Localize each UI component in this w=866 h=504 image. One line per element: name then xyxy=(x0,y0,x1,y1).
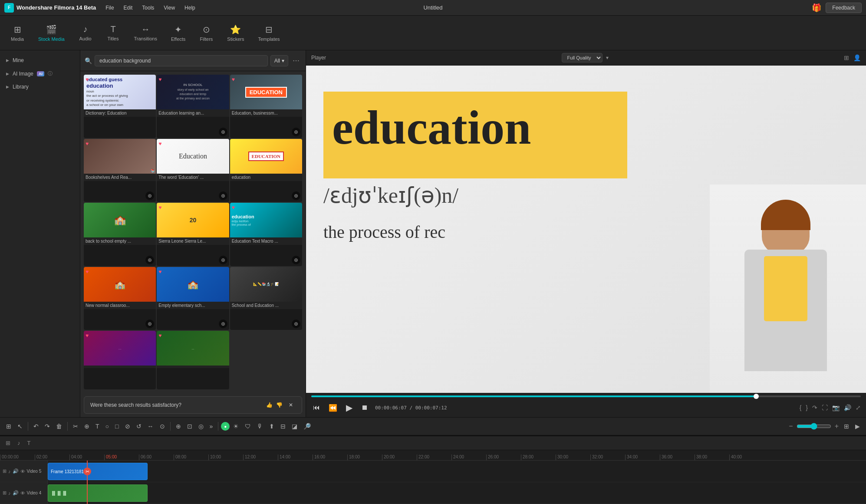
left-item-ai-image[interactable]: ▶ AI Image AI ⓘ xyxy=(0,67,80,80)
mic-button[interactable]: 🎙 xyxy=(254,421,266,432)
left-item-library[interactable]: ▶ Library xyxy=(0,80,80,93)
tl-add-track-button[interactable]: ⊞ xyxy=(3,438,13,448)
circle-button[interactable]: ○ xyxy=(103,421,112,432)
toolbar-audio[interactable]: ♪ Audio xyxy=(72,22,99,44)
track-clip-video4[interactable]: ▐▌▐▌▐▌ xyxy=(48,484,148,502)
progress-handle[interactable] xyxy=(754,394,759,399)
info-icon[interactable]: ⓘ xyxy=(48,70,53,77)
trim-icon[interactable]: ↷ xyxy=(812,404,817,411)
mask-button[interactable]: ⊘ xyxy=(122,421,133,432)
media-item-school-icons[interactable]: 📐📏📚🔬🎓📝 ⊕ School and Education ... xyxy=(230,267,302,330)
play-button[interactable]: ▶ xyxy=(344,401,354,415)
track-volume-icon-v4[interactable]: 🔊 xyxy=(13,490,19,496)
zoom-slider[interactable] xyxy=(797,423,831,430)
toolbar-filters[interactable]: ⊙ Filters xyxy=(193,22,219,44)
feedback-close-button[interactable]: ✕ xyxy=(286,401,296,409)
media-item-normal-class[interactable]: 🏫 ♥ ⊕ New normal classroo... xyxy=(84,267,156,330)
left-item-mine[interactable]: ▶ Mine xyxy=(0,54,80,67)
toolbar-titles[interactable]: T Titles xyxy=(100,22,126,44)
track-add-audio-icon-v4[interactable]: ♪ xyxy=(8,491,11,496)
thumbs-down-button[interactable]: 👎 xyxy=(276,402,283,408)
toolbar-effects[interactable]: ✦ Effects xyxy=(165,22,191,44)
menu-file[interactable]: File xyxy=(101,3,118,13)
frame-back-button[interactable]: ⏪ xyxy=(327,402,339,414)
rotate-button[interactable]: ↺ xyxy=(134,421,144,432)
search-input[interactable] xyxy=(95,55,268,66)
shield-button[interactable]: 🛡 xyxy=(242,421,254,432)
speed-button[interactable]: ⊙ xyxy=(157,421,168,432)
adjust-button[interactable]: ⊡ xyxy=(184,421,195,432)
sun-button[interactable]: ☀ xyxy=(230,421,241,432)
cut-button[interactable]: ✂ xyxy=(70,421,81,432)
grid-view-icon[interactable]: ⊞ xyxy=(844,54,849,61)
pointer-tool-button[interactable]: ↖ xyxy=(15,421,25,432)
audio-adj-button[interactable]: ◎ xyxy=(196,421,206,432)
media-item-bookshelves[interactable]: 📚 ♥ ⊕ Bookshelves And Rea... xyxy=(84,139,156,202)
pip-button[interactable]: ◪ xyxy=(289,421,300,432)
gift-icon[interactable]: 🎁 xyxy=(812,3,821,13)
flip-button[interactable]: ↔ xyxy=(145,421,156,432)
search-more-icon[interactable]: ⋯ xyxy=(291,55,301,66)
track-add-icon[interactable]: ⊞ xyxy=(3,468,7,474)
media-item-edu-learning[interactable]: IN SCHOOLstory of early school aneducati… xyxy=(157,75,229,138)
select-tool-button[interactable]: ⊞ xyxy=(3,421,14,432)
bracket-in-icon[interactable]: { xyxy=(800,404,802,411)
tl-add-audio-button[interactable]: ♪ xyxy=(15,438,23,448)
toolbar-media[interactable]: ⊞ Media xyxy=(4,22,30,44)
media-item-edu-macro[interactable]: education edju keifon the process of ♥ ⊕… xyxy=(230,203,302,266)
volume-icon[interactable]: 🔊 xyxy=(844,404,851,411)
more-button[interactable]: ▶ xyxy=(853,421,863,432)
menu-help[interactable]: Help xyxy=(180,3,200,13)
maximize-icon[interactable]: ⤢ xyxy=(856,404,861,411)
media-item-education3[interactable]: EDUCATION ⊕ education xyxy=(230,139,302,202)
track-add-audio-icon[interactable]: ♪ xyxy=(8,469,11,474)
delete-button[interactable]: 🗑 xyxy=(53,421,65,432)
media-item-empty-school[interactable]: 🏫 ♥ ⊕ Empty elementary sch... xyxy=(157,267,229,330)
thumbs-up-button[interactable]: 👍 xyxy=(266,402,273,408)
toolbar-templates[interactable]: ⊟ Templates xyxy=(252,22,286,44)
crop-button[interactable]: ⊕ xyxy=(82,421,92,432)
step-back-button[interactable]: ⏮ xyxy=(311,402,322,413)
camera-icon[interactable]: 📷 xyxy=(832,404,840,411)
track-eye-icon-v4[interactable]: 👁 xyxy=(20,491,25,496)
more-tools-button[interactable]: » xyxy=(207,421,216,432)
track-eye-icon[interactable]: 👁 xyxy=(20,469,25,474)
media-item-dict-edu[interactable]: educated guess education nounthe act or … xyxy=(84,75,156,138)
zoom-in-button[interactable]: 🔎 xyxy=(301,421,313,432)
zoom-plus-button[interactable]: + xyxy=(833,422,840,431)
track-clip-video5[interactable]: Frame 1321318192 xyxy=(48,463,148,480)
undo-button[interactable]: ↶ xyxy=(31,421,41,432)
add-button[interactable]: ⊕ xyxy=(173,421,184,432)
rect-button[interactable]: □ xyxy=(112,421,121,432)
feedback-button[interactable]: Feedback xyxy=(826,3,862,13)
toolbar-stock-media[interactable]: 🎬 Stock Media xyxy=(32,22,71,44)
zoom-minus-button[interactable]: − xyxy=(787,422,794,431)
screen-rec-button[interactable]: ⊟ xyxy=(278,421,288,432)
media-item-word-edu[interactable]: Education ♥ ⊕ The word 'Education' ... xyxy=(157,139,229,202)
grid-settings-button[interactable]: ⊞ xyxy=(841,421,852,432)
media-item-back-school[interactable]: 🏫 ⊕ back to school empty ... xyxy=(84,203,156,266)
text-button[interactable]: T xyxy=(93,421,102,432)
cut-head[interactable]: ✂ xyxy=(83,468,91,475)
stop-button[interactable]: ⏹ xyxy=(359,402,370,413)
toolbar-transitions[interactable]: ↔ Transitions xyxy=(128,22,163,44)
media-item-edu-business[interactable]: EDUCATION ♥ ⊕ Education, businessm... xyxy=(230,75,302,138)
progress-bar[interactable] xyxy=(311,395,861,397)
menu-view[interactable]: View xyxy=(159,3,179,13)
search-filter-dropdown[interactable]: All ▾ xyxy=(270,55,288,66)
media-item-more2[interactable]: ... ♥ xyxy=(157,331,229,389)
media-item-sierra[interactable]: 20 ♥ ⊕ Sierra Leone Sierra Le... xyxy=(157,203,229,266)
track-add-icon-v4[interactable]: ⊞ xyxy=(3,490,7,496)
toolbar-stickers[interactable]: ⭐ Stickers xyxy=(221,22,250,44)
tl-add-text-button[interactable]: T xyxy=(25,438,33,448)
bracket-out-icon[interactable]: } xyxy=(806,404,808,411)
fullscreen-icon[interactable]: ⛶ xyxy=(822,404,828,411)
quality-select[interactable]: Full Quality 1/2 Quality 1/4 Quality xyxy=(562,53,603,63)
export-button[interactable]: ⬆ xyxy=(267,421,277,432)
redo-button[interactable]: ↷ xyxy=(42,421,53,432)
menu-tools[interactable]: Tools xyxy=(138,3,158,13)
track-volume-icon[interactable]: 🔊 xyxy=(13,468,19,474)
person-icon[interactable]: 👤 xyxy=(853,54,861,61)
menu-edit[interactable]: Edit xyxy=(119,3,137,13)
media-item-more1[interactable]: ... ♥ xyxy=(84,331,156,389)
